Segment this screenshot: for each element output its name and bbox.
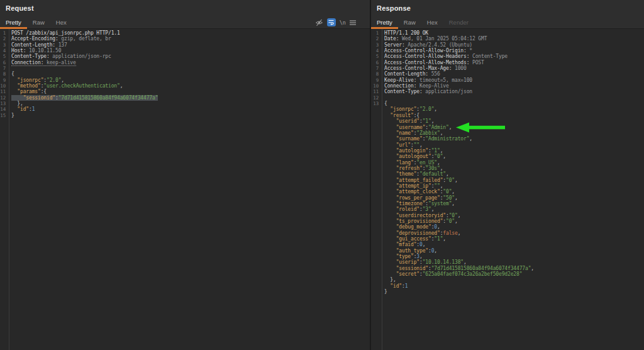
selected-text: "sessionid":"7d71d415815860a84f94a6074f3…: [11, 95, 158, 101]
code-text: "ts_provisioned":"0",: [380, 218, 644, 224]
hide-matches-icon[interactable]: [315, 19, 323, 26]
line-number: [371, 283, 380, 289]
code-text: "gui_access":"1",: [380, 236, 644, 242]
code-text: Connection: Keep-Alive: [380, 83, 644, 89]
tab-hex[interactable]: Hex: [421, 16, 443, 28]
code-text: Access-Control-Allow-Headers: Content-Ty…: [380, 54, 644, 59]
code-line: "userid":"1",: [371, 118, 644, 124]
line-number: 9: [371, 77, 380, 83]
code-line: 9 "jsonrpc":"2.0",: [0, 77, 370, 83]
line-number: 11: [371, 89, 380, 94]
code-line: "refresh":"30s",: [371, 166, 644, 171]
code-line: 7Access-Control-Max-Age: 1000: [371, 65, 644, 71]
code-line: 4Access-Control-Allow-Origin: *: [371, 48, 644, 54]
code-text: Access-Control-Allow-Origin: *: [380, 48, 644, 54]
tab-hex[interactable]: Hex: [50, 16, 72, 28]
code-text: "userid":"1",: [380, 118, 644, 124]
response-panel: Response PrettyRawHexRender 1HTTP/1.1 20…: [371, 0, 644, 350]
line-number: 3: [371, 42, 380, 48]
code-line: 12: [371, 95, 644, 101]
code-text: "userip":"10.10.14.138",: [380, 259, 644, 265]
code-text: Access-Control-Max-Age: 1000: [380, 65, 644, 71]
line-number: [371, 148, 380, 154]
line-number: [371, 218, 380, 224]
code-text: Access-Control-Allow-Methods: POST: [380, 60, 644, 65]
code-line: 11Content-Type: application/json: [371, 89, 644, 94]
code-line: "roleid":"3",: [371, 206, 644, 212]
line-number: [371, 271, 380, 277]
code-line: "username":"Admin",: [371, 125, 644, 130]
code-line: "url":"",: [371, 142, 644, 148]
code-line: "rows_per_page":"50",: [371, 195, 644, 201]
code-text: "autologin":"1",: [380, 148, 644, 154]
code-text: [7, 65, 370, 71]
code-text: Content-Length: 556: [380, 71, 644, 77]
code-line: 10 "method":"user.checkAuthentication",: [0, 83, 370, 89]
line-number: 15: [0, 113, 7, 118]
code-line: "secret":"625a04faef074c3a26a2bef50e9d2e…: [371, 271, 644, 277]
line-number: 7: [0, 65, 7, 71]
line-number: [371, 201, 380, 206]
code-text: "id":1: [380, 283, 644, 289]
tab-raw[interactable]: Raw: [398, 16, 421, 28]
line-number: 13: [371, 101, 380, 106]
code-text: "lang":"en_US",: [380, 160, 644, 166]
response-editor[interactable]: 1HTTP/1.1 200 OK2Date: Wed, 01 Jan 2025 …: [371, 29, 644, 350]
code-text: "debug_mode":0,: [380, 224, 644, 230]
line-number: [371, 195, 380, 201]
code-text: "result":{: [380, 113, 644, 118]
code-text: "type":3,: [380, 254, 644, 259]
tab-pretty[interactable]: Pretty: [371, 16, 398, 28]
code-text: Content-Type: application/json-rpc: [7, 54, 370, 59]
tab-pretty[interactable]: Pretty: [0, 16, 27, 28]
request-editor[interactable]: 1POST /zabbix/api_jsonrpc.php HTTP/1.12A…: [0, 29, 370, 350]
code-text: "name":"Zabbix",: [380, 130, 644, 136]
code-text: "refresh":"30s",: [380, 166, 644, 171]
code-line: "autologin":"1",: [371, 148, 644, 154]
code-line: 15}: [0, 113, 370, 118]
line-number: 6: [0, 60, 7, 65]
newline-marker-icon[interactable]: \n: [340, 20, 346, 26]
code-text: "method":"user.checkAuthentication",: [7, 83, 370, 89]
line-number: 2: [0, 36, 7, 42]
line-number: 1: [0, 30, 7, 36]
code-text: "timezone":"system",: [380, 201, 644, 206]
line-number: 3: [0, 42, 7, 48]
code-text: "id":1: [7, 106, 370, 112]
code-line: 12 "sessionid":"7d71d415815860a84f94a607…: [0, 95, 370, 101]
code-text: Date: Wed, 01 Jan 2025 05:04:12 GMT: [380, 36, 644, 42]
line-number: [371, 236, 380, 242]
line-number: 12: [371, 95, 380, 101]
line-number: 8: [371, 71, 380, 77]
code-line: },: [371, 277, 644, 283]
request-toolbar: \n: [315, 16, 356, 28]
message-editor: Request PrettyRawHex \n 1POST /zabbix/ap…: [0, 0, 644, 350]
line-number: [371, 142, 380, 148]
code-text: }: [7, 113, 370, 118]
line-number: [371, 154, 380, 159]
word-wrap-icon[interactable]: [327, 18, 336, 26]
code-line: 13{: [371, 101, 644, 106]
code-line: "jsonrpc":"2.0",: [371, 106, 644, 112]
code-line: 10Connection: Keep-Alive: [371, 83, 644, 89]
code-text: Host: 10.10.11.50: [7, 48, 370, 54]
menu-icon[interactable]: [350, 20, 356, 25]
line-number: [371, 160, 380, 166]
code-line: }: [371, 289, 644, 295]
line-number: 4: [0, 48, 7, 54]
code-line: "attempt_failed":"0",: [371, 178, 644, 183]
code-text: {: [380, 101, 644, 106]
tab-raw[interactable]: Raw: [27, 16, 50, 28]
code-text: "userdirectoryid":"0",: [380, 213, 644, 218]
code-text: "surname":"Administrator",: [380, 136, 644, 142]
line-number: [371, 266, 380, 271]
code-line: 2Accept-Encoding: gzip, deflate, br: [0, 36, 370, 42]
line-number: [371, 277, 380, 283]
code-text: Content-Type: application/json: [380, 89, 644, 94]
code-line: "ts_provisioned":"0",: [371, 218, 644, 224]
code-text: Keep-Alive: timeout=5, max=100: [380, 77, 644, 83]
code-text: "jsonrpc":"2.0",: [7, 77, 370, 83]
code-line: 6Access-Control-Allow-Methods: POST: [371, 60, 644, 65]
response-tabs: PrettyRawHexRender: [371, 16, 474, 28]
tab-render: Render: [443, 16, 474, 28]
